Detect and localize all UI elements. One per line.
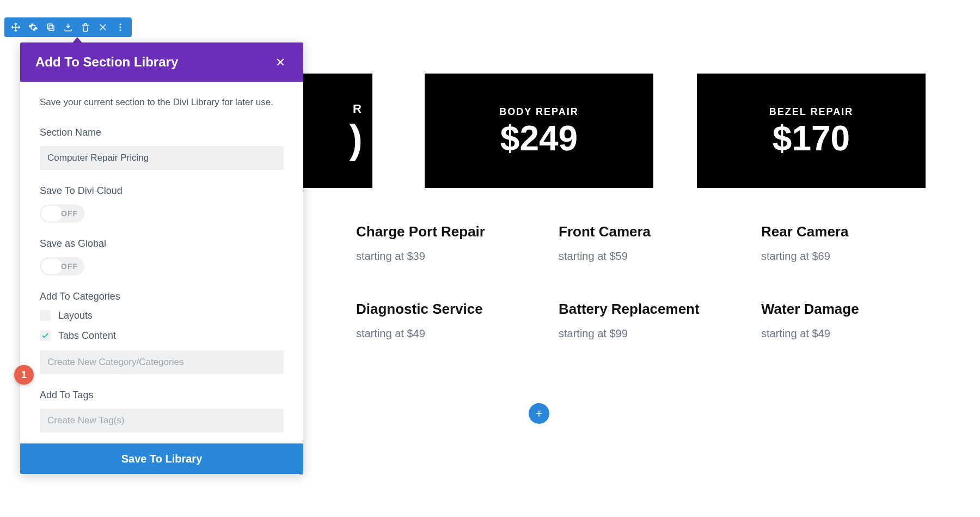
global-toggle-label: Save as Global xyxy=(40,238,284,250)
categories-label: Add To Categories xyxy=(40,291,284,302)
toggle-knob xyxy=(41,206,62,221)
price-card-partial: R ) xyxy=(296,74,372,188)
services-grid: Charge Port Repair starting at $39 Front… xyxy=(356,223,963,340)
svg-point-3 xyxy=(120,27,121,28)
more-icon[interactable] xyxy=(112,19,128,35)
price-card-price: $249 xyxy=(500,121,578,156)
service-title: Front Camera xyxy=(559,223,760,240)
service-item: Water Damage starting at $49 xyxy=(761,301,963,340)
category-label: Layouts xyxy=(58,310,93,321)
price-card-title-fragment: R xyxy=(353,102,363,116)
modal-header: Add To Section Library xyxy=(20,42,303,82)
service-title: Charge Port Repair xyxy=(356,223,558,240)
close-icon xyxy=(275,57,286,68)
new-tag-input[interactable] xyxy=(40,409,284,433)
price-card-body-repair: BODY REPAIR $249 xyxy=(425,74,653,188)
price-card-price: $170 xyxy=(773,121,850,156)
service-item: Rear Camera starting at $69 xyxy=(761,223,963,263)
move-icon[interactable] xyxy=(8,19,24,35)
svg-rect-1 xyxy=(47,24,52,29)
save-to-library-button[interactable]: Save To Library xyxy=(20,443,303,474)
svg-point-4 xyxy=(120,29,121,31)
category-checkbox-tabs-content[interactable] xyxy=(40,330,51,341)
save-to-library-icon[interactable] xyxy=(60,19,76,35)
categories-group: Add To Categories Layouts Tabs Content xyxy=(40,291,284,374)
service-title: Rear Camera xyxy=(761,223,963,240)
modal-close-button[interactable] xyxy=(273,54,288,70)
trash-icon[interactable] xyxy=(77,19,94,35)
service-price: starting at $59 xyxy=(559,250,760,263)
annotation-badge-1: 1 xyxy=(14,365,34,385)
modal-body: Save your current section to the Divi Li… xyxy=(20,82,303,443)
global-toggle-group: Save as Global OFF xyxy=(40,238,284,276)
add-to-library-modal: Add To Section Library Save your current… xyxy=(20,42,303,474)
category-checkbox-layouts[interactable] xyxy=(40,310,51,321)
service-price: starting at $99 xyxy=(559,327,760,340)
section-name-label: Section Name xyxy=(40,127,284,138)
toggle-state-text: OFF xyxy=(61,209,78,218)
toggle-state-text: OFF xyxy=(61,262,78,271)
section-toolbar xyxy=(4,17,132,37)
category-row-tabs-content: Tabs Content xyxy=(40,330,284,342)
section-name-input[interactable] xyxy=(40,146,284,170)
new-category-input[interactable] xyxy=(40,350,284,374)
section-name-group: Section Name xyxy=(40,127,284,170)
tags-label: Add To Tags xyxy=(40,390,284,401)
global-toggle[interactable]: OFF xyxy=(40,257,84,276)
category-row-layouts: Layouts xyxy=(40,310,284,321)
modal-intro-text: Save your current section to the Divi Li… xyxy=(40,95,284,111)
check-icon xyxy=(41,331,50,340)
service-price: starting at $49 xyxy=(356,327,558,340)
svg-point-2 xyxy=(120,23,121,25)
category-label: Tabs Content xyxy=(58,330,116,342)
svg-rect-0 xyxy=(49,26,54,31)
add-section-button[interactable] xyxy=(529,403,549,424)
plus-icon xyxy=(535,409,543,418)
service-price: starting at $39 xyxy=(356,250,558,263)
service-title: Water Damage xyxy=(761,301,963,318)
close-icon[interactable] xyxy=(95,19,111,35)
service-title: Diagnostic Service xyxy=(356,301,558,318)
cloud-toggle-group: Save To Divi Cloud OFF xyxy=(40,185,284,223)
service-price: starting at $49 xyxy=(761,327,963,340)
tags-group: Add To Tags xyxy=(40,390,284,433)
cloud-toggle[interactable]: OFF xyxy=(40,204,84,223)
service-item: Front Camera starting at $59 xyxy=(559,223,760,263)
toggle-knob xyxy=(41,259,62,274)
gear-icon[interactable] xyxy=(25,19,41,35)
cloud-toggle-label: Save To Divi Cloud xyxy=(40,185,284,197)
modal-title: Add To Section Library xyxy=(35,54,178,70)
price-card-title: BEZEL REPAIR xyxy=(769,106,853,118)
price-card-title: BODY REPAIR xyxy=(499,106,578,118)
service-item: Charge Port Repair starting at $39 xyxy=(356,223,558,263)
service-price: starting at $69 xyxy=(761,250,963,263)
service-title: Battery Replacement xyxy=(559,301,760,318)
service-item: Battery Replacement starting at $99 xyxy=(559,301,760,340)
price-card-price-fragment: ) xyxy=(349,119,363,160)
price-card-bezel-repair: BEZEL REPAIR $170 xyxy=(697,74,926,188)
service-item: Diagnostic Service starting at $49 xyxy=(356,301,558,340)
duplicate-icon[interactable] xyxy=(42,19,59,35)
